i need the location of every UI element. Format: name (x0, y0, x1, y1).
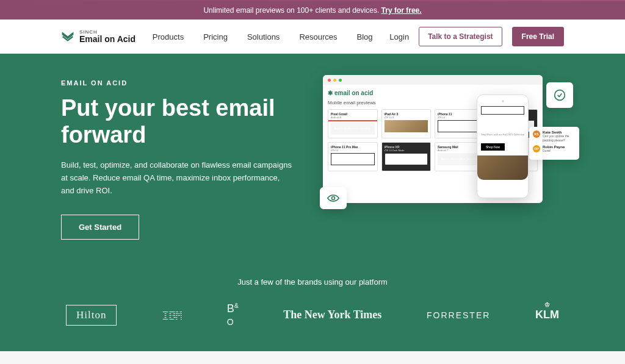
phone-hero-image (477, 155, 528, 180)
brands-label: Just a few of the brands using our platf… (61, 277, 564, 287)
preview-card: iPhone XRiOS 14 Dark ModeFALCON (381, 142, 432, 171)
comment-message: Done! (543, 149, 576, 153)
get-started-button[interactable]: Get Started (61, 215, 139, 240)
nav-products[interactable]: Products (153, 32, 184, 41)
nav-resources[interactable]: Resources (299, 32, 337, 41)
avatar: KS (533, 130, 540, 138)
brand-nytimes: The New York Times (283, 309, 381, 321)
comment-panel: KS Kate Smith Can you update the padding… (529, 127, 579, 160)
brand-logos: Hilton IBM B&O The New York Times FORRES… (61, 302, 564, 328)
main-nav: Products Pricing Solutions Resources Blo… (153, 32, 373, 41)
nav-pricing[interactable]: Pricing (203, 32, 228, 41)
header-actions: Login Talk to a Strategist Free Trial (389, 27, 564, 46)
hero-title: Put your best email forward (61, 95, 317, 148)
preview-card: iPhone 11 Pro MaxiOS 14FALCON (328, 142, 378, 171)
preview-card: Pixel GmailAndroid 8Stylish. Comfortable… (328, 109, 378, 138)
brand-ibm: IBM (162, 308, 182, 323)
login-link[interactable]: Login (389, 32, 409, 41)
preview-badge (320, 187, 347, 209)
promo-text: Unlimited email previews on 100+ clients… (203, 6, 381, 15)
close-dot-icon (328, 79, 331, 82)
nav-solutions[interactable]: Solutions (247, 32, 280, 41)
check-circle-icon (554, 89, 566, 101)
promo-banner: Unlimited email previews on 100+ clients… (0, 1, 625, 20)
comment-message: Can you update the padding please? (543, 134, 576, 142)
main-header: SINCH Email on Acid Products Pricing Sol… (0, 20, 625, 54)
nav-blog[interactable]: Blog (357, 32, 373, 41)
phone-subtext: Stay Warm with our Fall 2021 Collection (481, 133, 524, 136)
success-badge (546, 82, 573, 108)
brand-bang-olufsen: B&O (227, 302, 239, 328)
product-mockup: email on acid Mobile email previews Pixe… (323, 75, 570, 212)
brand-forrester: FORRESTER (427, 310, 490, 320)
free-trial-button[interactable]: Free Trial (512, 27, 564, 46)
preview-card: iPad Air 3iOS 14.3 (381, 109, 432, 138)
brand-klm: KLM (535, 309, 559, 321)
promo-cta-link[interactable]: Try for free. (381, 6, 422, 15)
logo[interactable]: SINCH Email on Acid (61, 30, 135, 43)
comment-item: KS Kate Smith Can you update the padding… (533, 130, 576, 142)
comment-item: RP Robin Payne Done! (533, 145, 576, 153)
brand-hilton: Hilton (66, 305, 117, 326)
phone-brand: FALCON (481, 106, 524, 115)
eye-icon (327, 194, 339, 202)
hero-subtitle: Build, test, optimize, and collaborate o… (61, 159, 293, 197)
svg-point-1 (555, 90, 565, 101)
browser-titlebar (323, 75, 543, 85)
hero-section: EMAIL ON ACID Put your best email forwar… (0, 54, 625, 351)
phone-headline: Stylish. Comfortable. Versatile. (481, 120, 524, 130)
logo-icon (61, 30, 74, 43)
logo-title: Email on Acid (79, 35, 135, 43)
phone-mockup: FALCON Stylish. Comfortable. Versatile. … (477, 95, 529, 198)
avatar: RP (533, 145, 540, 152)
minimize-dot-icon (333, 79, 336, 82)
phone-shop-button: Shop Now (481, 143, 505, 151)
talk-strategist-button[interactable]: Talk to a Strategist (419, 27, 502, 46)
footer-spacer (0, 351, 625, 364)
maximize-dot-icon (339, 79, 342, 82)
svg-point-0 (332, 197, 335, 200)
phone-camera-icon (502, 100, 504, 102)
